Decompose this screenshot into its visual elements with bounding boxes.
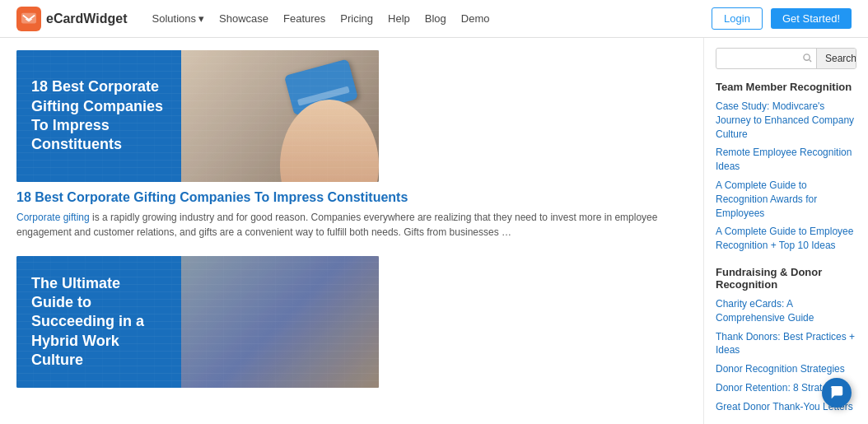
content-area: 18 Best Corporate Gifting Companies To I… [0, 38, 703, 424]
sidebar: Search Team Member Recognition Case Stud… [703, 38, 868, 424]
article-card-1: 18 Best Corporate Gifting Companies To I… [16, 50, 687, 240]
sidebar-link-2-1[interactable]: Thank Donors: Best Practices + Ideas [716, 330, 856, 358]
sidebar-link-1-3[interactable]: A Complete Guide to Employee Recognition… [716, 225, 856, 253]
article-image-left-1: 18 Best Corporate Gifting Companies To I… [16, 50, 181, 182]
chat-bubble-button[interactable] [822, 378, 852, 408]
nav-demo[interactable]: Demo [461, 12, 490, 25]
nav-blog[interactable]: Blog [425, 12, 446, 25]
nav-help[interactable]: Help [388, 12, 410, 25]
article-image-left-2: The Ultimate Guide to Succeeding in a Hy… [16, 256, 181, 388]
nav-features[interactable]: Features [283, 12, 325, 25]
header-actions: Login Get Started! [712, 7, 852, 30]
excerpt-link-1[interactable]: Corporate gifting [16, 212, 90, 223]
sidebar-section-title-2: Fundraising & Donor Recognition [716, 266, 856, 291]
logo-icon [16, 7, 41, 31]
article-title-1[interactable]: 18 Best Corporate Gifting Companies To I… [16, 190, 687, 205]
nav-pricing[interactable]: Pricing [340, 12, 373, 25]
sidebar-link-2-0[interactable]: Charity eCards: A Comprehensive Guide [716, 297, 856, 325]
navigation: Solutions ▾ Showcase Features Pricing He… [152, 12, 712, 25]
svg-rect-0 [21, 12, 36, 23]
sidebar-link-1-2[interactable]: A Complete Guide to Recognition Awards f… [716, 179, 856, 220]
chevron-down-icon: ▾ [198, 12, 204, 25]
article-image-1: 18 Best Corporate Gifting Companies To I… [16, 50, 379, 182]
search-input-wrap: Search [716, 48, 856, 69]
nav-showcase[interactable]: Showcase [219, 12, 268, 25]
search-input[interactable] [716, 49, 799, 68]
header: eCardWidget Solutions ▾ Showcase Feature… [0, 0, 868, 38]
svg-line-2 [810, 59, 811, 61]
article-excerpt-1: Corporate gifting is a rapidly growing i… [16, 210, 687, 240]
logo-text: eCardWidget [46, 12, 128, 26]
sidebar-section-title-1: Team Member Recognition [716, 81, 856, 93]
login-button[interactable]: Login [712, 7, 763, 30]
wave-overlay [16, 50, 379, 182]
wave-overlay-2 [16, 256, 379, 388]
search-icon [799, 49, 816, 68]
search-button[interactable]: Search [816, 49, 856, 68]
get-started-button[interactable]: Get Started! [771, 8, 852, 29]
article-image-2: The Ultimate Guide to Succeeding in a Hy… [16, 256, 379, 388]
sidebar-link-2-2[interactable]: Donor Recognition Strategies [716, 362, 856, 376]
sidebar-link-1-1[interactable]: Remote Employee Recognition Ideas [716, 146, 856, 174]
nav-solutions[interactable]: Solutions ▾ [152, 12, 204, 25]
main-layout: 18 Best Corporate Gifting Companies To I… [0, 38, 868, 424]
svg-point-1 [804, 54, 810, 59]
article-card-2: The Ultimate Guide to Succeeding in a Hy… [16, 256, 687, 388]
logo[interactable]: eCardWidget [16, 7, 128, 31]
article-body-1: 18 Best Corporate Gifting Companies To I… [16, 182, 687, 240]
search-area: Search [716, 48, 856, 69]
sidebar-divider [716, 258, 856, 263]
sidebar-link-1-0[interactable]: Case Study: Modivcare's Journey to Enhan… [716, 100, 856, 141]
